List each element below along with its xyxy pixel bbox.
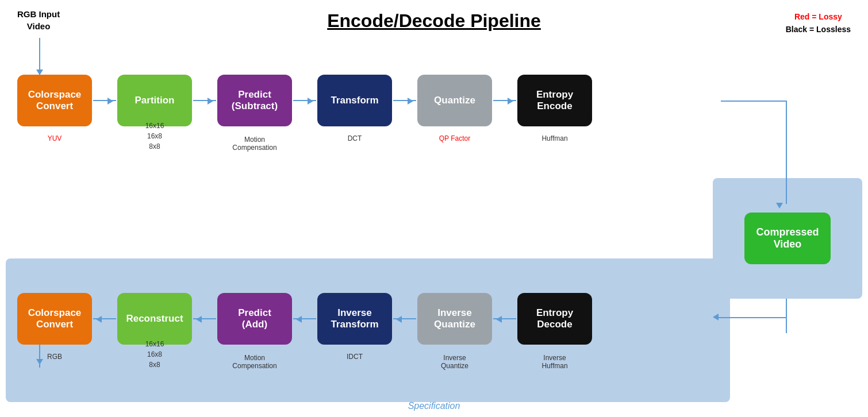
arrow-1: [93, 100, 116, 101]
horiz-line-enc-right: [721, 101, 787, 102]
input-arrow: [39, 38, 40, 78]
arrow-2: [193, 100, 216, 101]
entropy-encode-box: EntropyEncode: [517, 75, 592, 126]
box-wrapper-colorspace-enc: ColorspaceConvert YUV: [17, 75, 92, 126]
inverse-quantize-box: InverseQuantize: [417, 293, 492, 345]
box-wrapper-predict-sub: Predict(Subtract) MotionCompensation: [217, 75, 292, 126]
entropy-enc-sublabel: Huffman: [541, 134, 567, 142]
colorspace-enc-sublabel: YUV: [48, 134, 62, 142]
legend-red: Red = Lossy: [794, 12, 842, 21]
arrow-4: [393, 100, 416, 101]
decoder-row: ColorspaceConvert RGB Reconstruct 16x161…: [17, 293, 592, 345]
legend: Red = Lossy Black = Lossless: [786, 10, 851, 36]
arrow-down-to-compressed: [776, 203, 783, 212]
quantize-box: Quantize: [417, 75, 492, 126]
box-wrapper-quantize: Quantize QP Factor: [417, 75, 492, 126]
arrow-3: [293, 100, 316, 101]
encoder-row: ColorspaceConvert YUV Partition 16x1616x…: [17, 75, 592, 126]
arrow-5: [493, 100, 516, 101]
entropy-decode-box: EntropyDecode: [517, 293, 592, 345]
arrow-dec-5: [493, 318, 516, 319]
partition-sublabel: 16x1616x88x8: [145, 121, 164, 152]
box-wrapper-predict-add: Predict(Add) MotionCompensation: [217, 293, 292, 345]
inv-quantize-sublabel: InverseQuantize: [441, 354, 468, 370]
rgb-input-label: RGB InputVideo: [17, 8, 60, 32]
colorspace-dec-sublabel: RGB: [47, 353, 62, 361]
inv-transform-sublabel: IDCT: [347, 353, 363, 361]
arrow-dec-4: [393, 318, 416, 319]
compressed-area: CompressedVideo: [713, 178, 862, 299]
colorspace-convert-dec-box: ColorspaceConvert: [17, 293, 92, 345]
colorspace-convert-enc-box: ColorspaceConvert: [17, 75, 92, 126]
specification-label: Specification: [408, 401, 460, 411]
box-wrapper-entropy-enc: EntropyEncode Huffman: [517, 75, 592, 126]
partition-box: Partition: [117, 75, 192, 126]
reconstruct-box: Reconstruct: [117, 293, 192, 345]
arrow-line-h: [786, 317, 787, 318]
arrow-dec-2: [193, 318, 216, 319]
predict-subtract-box: Predict(Subtract): [217, 75, 292, 126]
vert-line-enc-to-compressed: [786, 101, 787, 204]
legend-black: Black = Lossless: [786, 25, 851, 34]
box-wrapper-inv-quantize: InverseQuantize InverseQuantize: [417, 293, 492, 345]
box-wrapper-colorspace-dec: ColorspaceConvert RGB: [17, 293, 92, 345]
box-wrapper-reconstruct: Reconstruct 16x1616x88x8: [117, 293, 192, 345]
transform-box: Transform: [317, 75, 392, 126]
predict-add-box: Predict(Add): [217, 293, 292, 345]
predict-sub-sublabel: MotionCompensation: [232, 136, 276, 152]
predict-add-sublabel: MotionCompensation: [232, 354, 276, 370]
box-wrapper-partition: Partition 16x1616x88x8: [117, 75, 192, 126]
page-title: Encode/Decode Pipeline: [327, 10, 541, 32]
reconstruct-sublabel: 16x1616x88x8: [145, 339, 164, 370]
arrow-dec-3: [293, 318, 316, 319]
inverse-transform-box: InverseTransform: [317, 293, 392, 345]
transform-sublabel: DCT: [348, 134, 362, 142]
compressed-video-box: CompressedVideo: [744, 213, 831, 264]
box-wrapper-transform: Transform DCT: [317, 75, 392, 126]
quantize-sublabel: QP Factor: [439, 134, 470, 142]
box-wrapper-entropy-dec: EntropyDecode InverseHuffman: [517, 293, 592, 345]
entropy-dec-sublabel: InverseHuffman: [541, 354, 567, 370]
box-wrapper-inv-transform: InverseTransform IDCT: [317, 293, 392, 345]
arrow-dec-1: [93, 318, 116, 319]
vert-line-compressed-to-dec: [786, 299, 787, 333]
